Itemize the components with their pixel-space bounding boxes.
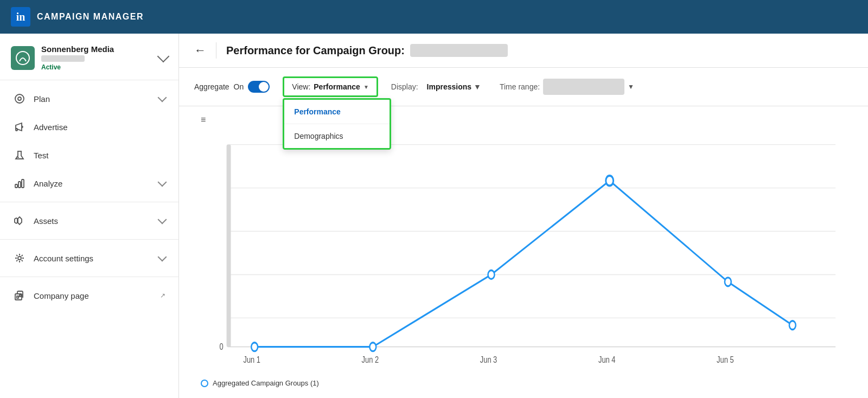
page-header: ← Performance for Campaign Group:: [179, 34, 868, 68]
svg-rect-12: [20, 295, 21, 297]
plan-chevron-icon: [158, 93, 167, 102]
sidebar: Sonnenberg Media Active Plan: [0, 34, 179, 398]
sidebar-item-plan[interactable]: Plan: [0, 85, 178, 113]
svg-point-20: [251, 343, 258, 351]
sidebar-item-test-label: Test: [34, 151, 165, 160]
test-icon: [13, 149, 26, 162]
top-navigation: in CAMPAIGN MANAGER: [0, 0, 868, 34]
svg-point-1: [15, 94, 24, 103]
display-control: Display: Impressions ▼: [391, 79, 487, 94]
display-label: Display:: [391, 82, 418, 91]
linkedin-logo-letter: in: [16, 11, 25, 23]
legend-label: Aggregated Campaign Groups (1): [213, 379, 319, 387]
svg-rect-11: [17, 296, 18, 298]
svg-point-23: [606, 176, 614, 186]
display-value: Impressions: [427, 82, 471, 91]
sidebar-item-company-page-label: Company page: [34, 291, 160, 300]
page-title: Performance for Campaign Group:: [226, 44, 508, 57]
plan-icon: [13, 92, 26, 105]
view-value: Performance: [314, 82, 360, 91]
view-button[interactable]: View: Performance ▼: [283, 76, 378, 97]
account-avatar: [11, 46, 35, 70]
nav-section: Plan Advertise: [0, 80, 178, 314]
account-status: Active: [41, 63, 159, 71]
svg-point-24: [725, 278, 731, 286]
svg-text:Jun 4: Jun 4: [598, 354, 616, 364]
content-area: ← Performance for Campaign Group: Aggreg…: [179, 34, 868, 398]
view-label: View:: [292, 82, 310, 91]
account-header[interactable]: Sonnenberg Media Active: [0, 34, 178, 80]
nav-divider-3: [0, 277, 178, 277]
main-layout: Sonnenberg Media Active Plan: [0, 34, 868, 398]
linkedin-logo: in: [11, 7, 30, 27]
svg-text:Jun 5: Jun 5: [717, 354, 734, 364]
view-dropdown-menu: Performance Demographics: [283, 98, 391, 150]
back-button[interactable]: ←: [194, 43, 206, 57]
toolbar: Aggregate On View: Performance ▼ Perform…: [179, 68, 868, 106]
aggregate-on-label: On: [234, 82, 244, 91]
sidebar-item-plan-label: Plan: [34, 94, 159, 104]
display-button[interactable]: Impressions ▼: [422, 79, 487, 94]
nav-divider-2: [0, 239, 178, 240]
sidebar-item-advertise-label: Advertise: [34, 123, 165, 132]
account-chevron-icon[interactable]: [157, 50, 170, 62]
svg-rect-19: [227, 145, 231, 347]
campaign-group-name-redacted: [410, 44, 508, 57]
sidebar-item-account-settings-label: Account settings: [34, 254, 159, 263]
account-settings-chevron-icon: [158, 253, 167, 262]
chart-legend: Aggregated Campaign Groups (1): [201, 379, 846, 387]
account-id-redacted: [41, 55, 85, 62]
assets-chevron-icon: [158, 215, 167, 224]
sidebar-item-advertise[interactable]: Advertise: [0, 113, 178, 141]
time-range-value-redacted: [543, 79, 624, 95]
svg-point-9: [18, 256, 21, 260]
svg-point-25: [789, 321, 796, 330]
svg-text:Jun 3: Jun 3: [480, 354, 497, 364]
sidebar-item-company-page[interactable]: Company page ↗: [0, 281, 178, 310]
nav-divider-1: [0, 202, 178, 202]
svg-point-21: [369, 343, 376, 351]
sidebar-item-test[interactable]: Test: [0, 141, 178, 169]
account-info: Sonnenberg Media Active: [41, 44, 159, 71]
svg-text:Jun 2: Jun 2: [362, 354, 379, 364]
aggregate-toggle[interactable]: [248, 81, 270, 93]
page-title-text: Performance for Campaign Group:: [226, 44, 405, 57]
display-dropdown-arrow-icon: ▼: [474, 82, 481, 91]
advertise-icon: [13, 120, 26, 133]
aggregate-control: Aggregate On: [194, 81, 270, 93]
view-dropdown-arrow-icon: ▼: [363, 84, 369, 90]
svg-point-22: [488, 270, 495, 279]
app-title: CAMPAIGN MANAGER: [37, 12, 144, 22]
sidebar-item-account-settings[interactable]: Account settings: [0, 244, 178, 272]
chart-wrapper: Jun 1 Jun 2 Jun 3 Jun 4 Jun 5 0: [201, 130, 846, 376]
assets-icon: [13, 214, 26, 227]
account-name: Sonnenberg Media: [41, 44, 159, 54]
account-settings-icon: [13, 252, 26, 265]
dropdown-item-performance[interactable]: Performance: [284, 100, 390, 124]
aggregate-label: Aggregate: [194, 82, 229, 91]
time-range-dropdown-arrow-icon: ▼: [628, 83, 634, 91]
view-dropdown: View: Performance ▼ Performance Demograp…: [283, 76, 378, 97]
performance-chart: Jun 1 Jun 2 Jun 3 Jun 4 Jun 5 0: [201, 130, 846, 376]
svg-rect-6: [22, 179, 24, 188]
svg-rect-4: [15, 184, 17, 188]
chart-container: ≡: [179, 106, 868, 398]
analyze-icon: [13, 177, 26, 190]
svg-rect-3: [16, 129, 17, 131]
sidebar-item-assets-label: Assets: [34, 216, 159, 226]
legend-circle-icon: [201, 380, 208, 387]
svg-rect-5: [18, 182, 21, 188]
time-range-label: Time range:: [500, 82, 540, 91]
sidebar-item-assets[interactable]: Assets: [0, 207, 178, 235]
sidebar-item-analyze-label: Analyze: [34, 179, 159, 188]
svg-text:Jun 1: Jun 1: [243, 354, 260, 364]
header-divider: [216, 42, 216, 59]
svg-text:0: 0: [219, 341, 223, 351]
svg-point-2: [18, 97, 21, 100]
time-range-control: Time range: ▼: [500, 79, 634, 95]
external-link-icon: ↗: [160, 292, 165, 299]
company-page-icon: [13, 289, 26, 302]
analyze-chevron-icon: [158, 178, 167, 187]
sidebar-item-analyze[interactable]: Analyze: [0, 169, 178, 197]
dropdown-item-demographics[interactable]: Demographics: [284, 124, 390, 148]
